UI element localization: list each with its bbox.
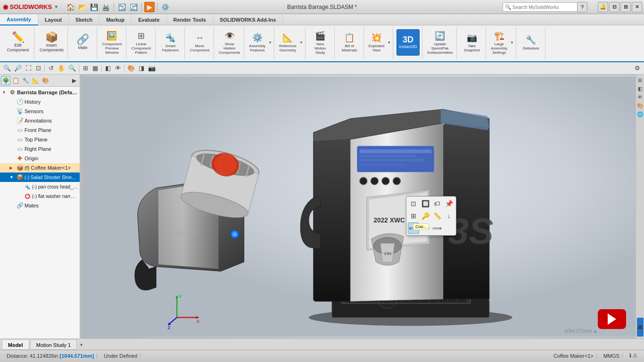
ctx-measure[interactable]: 📏 (431, 210, 443, 222)
ctx-pin[interactable]: 📌 (443, 198, 454, 209)
bom-button[interactable]: 📋 Bill ofMaterials (340, 29, 359, 56)
tab-render-tools[interactable]: Render Tools (167, 14, 213, 25)
tree-item-mates[interactable]: 🔗 Mates (0, 201, 80, 210)
tab-layout[interactable]: Layout (38, 14, 69, 25)
help-button[interactable]: ? (577, 2, 587, 12)
status-state: Under Defined (101, 353, 140, 359)
view-planes-button[interactable]: ▦ (91, 64, 100, 73)
tab-evaluate[interactable]: Evaluate (132, 14, 166, 25)
tree-item-history[interactable]: 🕐 History (0, 97, 80, 107)
ctx-orient[interactable]: 🔲 (420, 198, 431, 209)
tree-item-front-plane[interactable]: ▭ Front Plane (0, 125, 80, 135)
minimize-button[interactable]: 🔔 (598, 2, 608, 12)
redo-button[interactable]: ↪️ (128, 2, 139, 12)
open-button[interactable]: 📂 (77, 2, 88, 12)
zoom-in-button[interactable]: 🔍 (2, 64, 12, 73)
viewport[interactable]: ✦ ✦ (82, 74, 636, 338)
tree-item-salad-shooter[interactable]: ▼ 📦 (-) Salad Shooter Shredder Slicer a.… (0, 173, 80, 182)
camera-button[interactable]: 📷 (147, 64, 157, 73)
view-orient-button[interactable]: ⊞ (81, 64, 90, 73)
tree-item-flat-washer[interactable]: ⭕ (-) flat washer narrow_am<1> (B18... (0, 191, 80, 201)
move-component-button[interactable]: ↔️ MoveComponent (188, 29, 211, 56)
tab-motion-study[interactable]: Motion Study 1 (30, 339, 77, 350)
youtube-watermark[interactable] (598, 309, 626, 329)
show-hidden-button[interactable]: 👁️ ShowHiddenComponents (217, 29, 242, 56)
scene-side-btn[interactable]: 🌐 (636, 110, 644, 118)
component-preview-button[interactable]: 🖼️ ComponentPreviewWindow (100, 29, 124, 56)
smart-fasteners-button[interactable]: 🔩 SmartFasteners (160, 29, 181, 56)
dim-expert-btn[interactable]: 📐 (31, 76, 40, 85)
assembly-features-button[interactable]: ⚙️ AssemblyFeatures (247, 29, 267, 56)
defeature-button[interactable]: 🔧 Defeature (521, 29, 541, 56)
tree-item-annotations[interactable]: 📝 Annotations (0, 116, 80, 125)
tree-item-origin[interactable]: ✚ Origin (0, 154, 80, 163)
search-input[interactable] (512, 5, 574, 10)
restore-button[interactable]: ⊟ (609, 2, 619, 12)
maximize-button[interactable]: ⊞ (620, 2, 631, 12)
insert-components-button[interactable]: 📦 Insert Components (37, 29, 66, 56)
save-button[interactable]: 💾 (89, 2, 99, 12)
tree-item-top-plane[interactable]: ▭ Top Plane (0, 135, 80, 144)
pan-button[interactable]: ✋ (56, 64, 66, 73)
more-btn[interactable]: ▶ (69, 76, 79, 85)
tab-sketch[interactable]: Sketch (69, 14, 99, 25)
print-button[interactable]: 🖨️ (100, 2, 111, 12)
add-tab-btn[interactable]: + (78, 342, 84, 347)
assembly-features-arrow[interactable]: ▼ (268, 41, 272, 45)
ctx-tag[interactable]: 🏷 (431, 198, 443, 209)
ctx-frame[interactable]: ⊞ (408, 210, 419, 222)
tab-markup[interactable]: Markup (99, 14, 132, 25)
tree-item-pan-cross[interactable]: 🔩 (-) pan cross head_am<1> (B18.6.7... (0, 182, 80, 191)
tab-assembly[interactable]: Assembly (0, 14, 38, 25)
config-manager-btn[interactable]: 🔧 (21, 76, 30, 85)
zoom-area-button[interactable]: ⊡ (33, 64, 43, 73)
display-style-side-btn[interactable]: ◧ (636, 85, 644, 92)
options-button[interactable]: ⚙️ (160, 2, 171, 12)
dynamic-zoom-button[interactable]: 🔍 (67, 64, 77, 73)
display-style-button[interactable]: ◧ (103, 64, 113, 73)
mate-button[interactable]: 🔗 Mate (73, 29, 93, 56)
snapshot-button[interactable]: 📷 TakeSnapshot (462, 29, 482, 56)
settings-button[interactable]: ⚙ (633, 64, 642, 73)
motion-study-button[interactable]: 🎬 NewMotionStudy (312, 29, 329, 56)
exploded-arrow[interactable]: ▼ (387, 41, 391, 45)
zoom-out-button[interactable]: 🔎 (13, 64, 23, 73)
view-orient-side-btn[interactable]: ⊞ (636, 76, 644, 84)
hide-show-side-btn[interactable]: 👁 (636, 93, 644, 101)
rotate-button[interactable]: ↺ (46, 64, 56, 73)
ctx-zoom-selected[interactable]: ⊡ (408, 198, 419, 209)
ref-geometry-button[interactable]: 📐 ReferenceGeometry (277, 29, 298, 56)
rebuild-button[interactable]: ▶ (144, 2, 155, 12)
linear-pattern-button[interactable]: ⊞ LinearComponentPattern (130, 29, 153, 56)
appearance-button[interactable]: 🎨 (126, 64, 136, 73)
ctx-expand[interactable]: ⟹ (431, 222, 443, 234)
speedpak-button[interactable]: 🔄 UpdateSpeedPakSubassemblies (425, 29, 454, 56)
display-manager-btn[interactable]: 🎨 (41, 76, 50, 85)
tab-addins[interactable]: SOLIDWORKS Add-Ins (213, 14, 283, 25)
exploded-view-button[interactable]: 💥 ExplodedView (367, 29, 386, 56)
new-button[interactable]: 🏠 (65, 2, 76, 12)
tree-item-right-plane[interactable]: ▭ Right Plane (0, 144, 80, 154)
zoom-fit-button[interactable]: ⛶ (24, 64, 33, 73)
tree-item-coffee-maker[interactable]: ▶ 📦 (f) Coffee Maker<1> (0, 163, 80, 173)
ctx-arrow[interactable]: ↓ (443, 210, 454, 222)
close-button[interactable]: ✕ (632, 2, 642, 12)
scroll-indicator[interactable]: ⬛ (637, 318, 644, 337)
instant3d-button[interactable]: 3D Instant3D (396, 29, 420, 56)
ctx-key[interactable]: 🔑 (420, 210, 431, 222)
ref-geometry-arrow[interactable]: ▼ (299, 41, 303, 45)
edit-component-button[interactable]: ✏️ Edit Component (4, 29, 32, 56)
tab-model[interactable]: Model (2, 339, 29, 350)
large-assembly-button[interactable]: 🏗️ LargeAssemblySettings (489, 29, 509, 56)
undo-button[interactable]: ↩️ (116, 2, 127, 12)
large-assembly-arrow[interactable]: ▼ (510, 41, 514, 45)
section-view-button[interactable]: ◨ (137, 64, 146, 73)
property-manager-btn[interactable]: 📋 (11, 76, 20, 85)
tree-item-sensors[interactable]: 📡 Sensors (0, 107, 80, 116)
hide-show-button[interactable]: 👁 (113, 64, 123, 73)
feature-manager-btn[interactable]: 🌳 (1, 76, 10, 85)
tree-item-root[interactable]: ▼ ⚙ Barrista Barrage (Default) (0, 88, 80, 97)
appearance-side-btn[interactable]: 🎨 (636, 102, 644, 109)
separator-2 (141, 3, 142, 11)
search-bar[interactable]: 🔍 (503, 2, 587, 12)
